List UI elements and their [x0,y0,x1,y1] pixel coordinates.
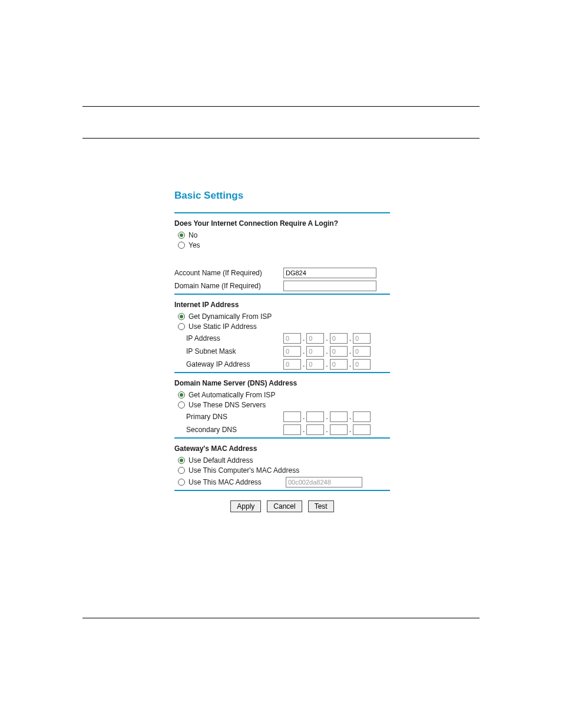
gateway-ip-row: Gateway IP Address . . . [174,359,390,370]
ip-octet[interactable] [306,411,324,422]
radio-icon [178,401,185,409]
account-name-input[interactable] [283,268,376,278]
account-name-row: Account Name (If Required) [174,268,390,278]
dns-use-these-label: Use These DNS Servers [189,401,266,409]
ip-static-radio[interactable]: Use Static IP Address [178,322,390,331]
dns-heading: Domain Name Server (DNS) Address [174,379,390,387]
ip-octet[interactable] [353,359,371,370]
radio-icon [178,457,185,464]
page-rule-3 [82,618,480,618]
dns-use-these-radio[interactable]: Use These DNS Servers [178,401,390,409]
mac-this-label: Use This MAC Address [189,478,286,486]
ip-octet[interactable] [330,359,348,370]
login-question: Does Your Internet Connection Require A … [174,219,390,228]
primary-dns-group: . . . [283,411,371,422]
mac-default-label: Use Default Address [189,456,253,465]
subnet-mask-row: IP Subnet Mask . . . [174,346,390,357]
page-rule-1 [82,106,480,107]
ip-octet[interactable] [330,424,348,435]
radio-icon [178,323,185,330]
login-no-label: No [189,231,197,239]
ip-address-label: IP Address [174,334,283,342]
radio-icon [178,242,185,249]
mac-heading: Gateway's MAC Address [174,444,390,453]
ip-octet[interactable] [306,424,324,435]
ip-address-row: IP Address . . . [174,333,390,344]
gateway-ip-label: Gateway IP Address [174,360,283,368]
dns-auto-radio[interactable]: Get Automatically From ISP [178,391,390,399]
dot: . [303,413,305,421]
ip-octet[interactable] [283,333,301,344]
dot: . [349,347,351,355]
mac-computer-radio[interactable]: Use This Computer's MAC Address [178,466,390,475]
dot: . [326,347,328,355]
login-yes-label: Yes [189,241,200,249]
mac-this-radio[interactable] [178,479,185,486]
ip-octet[interactable] [306,333,324,344]
secondary-dns-row: Secondary DNS . . . [174,424,390,435]
ip-octet[interactable] [283,346,301,357]
ip-octet[interactable] [283,359,301,370]
ip-octet[interactable] [353,346,371,357]
section-rule [174,437,390,439]
section-rule [174,212,390,213]
radio-icon [178,232,185,239]
ip-octet[interactable] [353,411,371,422]
cancel-button[interactable]: Cancel [267,500,302,512]
ip-octet[interactable] [306,359,324,370]
basic-settings-panel: Basic Settings Does Your Internet Connec… [174,190,390,512]
section-rule [174,294,390,295]
ip-octet[interactable] [353,333,371,344]
ip-octet[interactable] [330,411,348,422]
internet-ip-heading: Internet IP Address [174,301,390,309]
button-row: Apply Cancel Test [174,500,390,512]
primary-dns-row: Primary DNS . . . [174,411,390,422]
mac-default-radio[interactable]: Use Default Address [178,456,390,465]
primary-dns-label: Primary DNS [174,413,283,421]
section-rule [174,372,390,373]
test-button[interactable]: Test [308,500,334,512]
ip-octet[interactable] [330,346,348,357]
radio-icon [178,313,185,320]
page: Basic Settings Does Your Internet Connec… [0,0,562,728]
dot: . [326,334,328,342]
subnet-mask-group: . . . [283,346,371,357]
secondary-dns-label: Secondary DNS [174,426,283,434]
dot: . [349,426,351,434]
account-name-label: Account Name (If Required) [174,269,283,277]
dot: . [326,360,328,368]
ip-address-group: . . . [283,333,371,344]
dot: . [349,360,351,368]
mac-this-row: Use This MAC Address [178,477,390,487]
apply-button[interactable]: Apply [230,500,261,512]
gateway-ip-group: . . . [283,359,371,370]
section-rule [174,490,390,491]
dot: . [326,413,328,421]
dot: . [326,426,328,434]
page-title: Basic Settings [174,190,390,202]
ip-octet[interactable] [353,424,371,435]
ip-dynamic-radio[interactable]: Get Dynamically From ISP [178,312,390,321]
dot: . [349,413,351,421]
domain-name-label: Domain Name (If Required) [174,282,283,290]
ip-octet[interactable] [283,411,301,422]
subnet-mask-label: IP Subnet Mask [174,347,283,355]
domain-name-input[interactable] [283,281,376,291]
dns-auto-label: Get Automatically From ISP [189,391,275,399]
radio-icon [178,467,185,474]
ip-octet[interactable] [306,346,324,357]
ip-octet[interactable] [330,333,348,344]
ip-dynamic-label: Get Dynamically From ISP [189,312,272,321]
dot: . [303,347,305,355]
secondary-dns-group: . . . [283,424,371,435]
dot: . [349,334,351,342]
page-rule-2 [82,138,480,139]
mac-computer-label: Use This Computer's MAC Address [189,466,299,475]
ip-octet[interactable] [283,424,301,435]
login-no-radio[interactable]: No [178,231,390,239]
mac-address-input[interactable] [286,477,362,487]
spacer [174,251,390,265]
login-yes-radio[interactable]: Yes [178,241,390,249]
dot: . [303,426,305,434]
dot: . [303,334,305,342]
